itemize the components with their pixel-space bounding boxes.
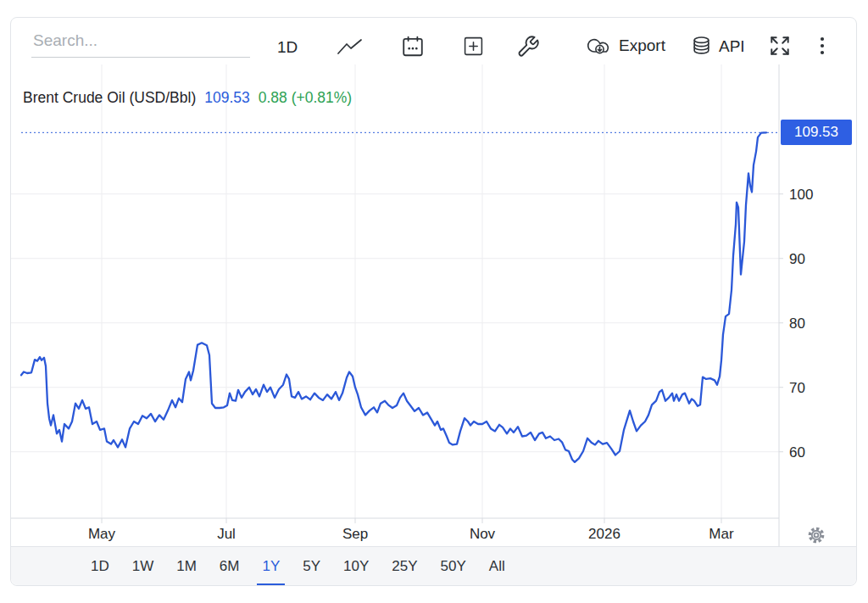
export-label: Export [619,36,665,55]
range-tab-6m[interactable]: 6M [214,547,245,585]
trend-line-icon [337,38,364,57]
fullscreen-button[interactable] [768,34,792,58]
x-tick-label: Sep [342,526,368,542]
database-api-icon [690,35,713,58]
range-tab-25y[interactable]: 25Y [387,547,422,585]
y-tick-label: 90 [789,251,805,267]
calendar-icon [401,35,425,59]
range-tab-50y[interactable]: 50Y [436,547,471,585]
calendar-button[interactable] [401,35,425,59]
instrument-change: 0.88 (+0.81%) [259,89,352,107]
interval-button[interactable]: 1D [277,38,298,57]
chart-type-button[interactable] [337,38,364,57]
add-panel-icon [463,36,484,57]
more-menu-button[interactable] [816,34,828,61]
range-tab-5y[interactable]: 5Y [298,547,326,585]
x-tick-label: May [88,526,116,542]
range-tab-10y[interactable]: 10Y [338,547,374,585]
range-tab-all[interactable]: All [484,547,510,585]
chart-svg[interactable]: 10090807060MayJulSepNov2026Mar [11,64,856,546]
y-tick-label: 100 [789,187,813,203]
x-tick-label: Nov [470,526,496,542]
export-button[interactable]: Export [584,35,665,57]
instrument-name: Brent Crude Oil (USD/Bbl) [23,89,196,107]
add-panel-button[interactable] [463,36,484,57]
range-tab-1m[interactable]: 1M [171,547,202,585]
chart-area[interactable]: 10090807060MayJulSepNov2026Mar [11,64,856,546]
fullscreen-icon [768,34,792,58]
api-label: API [719,37,745,56]
search-box [31,28,247,58]
x-tick-label: Mar [709,526,734,542]
instrument-header: Brent Crude Oil (USD/Bbl) 109.53 0.88 (+… [23,89,352,107]
chart-widget-card: 1D [10,17,857,586]
y-tick-label: 80 [789,315,805,332]
api-button[interactable]: API [690,35,745,58]
current-price-label: 109.53 [794,124,838,141]
price-line-series [21,132,766,462]
y-tick-label: 70 [789,380,805,396]
range-tabs-bar: 1D1W1M6M1Y5Y10Y25Y50YAll [11,546,856,585]
y-tick-label: 60 [789,444,805,461]
chart-settings-button[interactable] [804,523,828,547]
more-menu-icon [816,34,828,58]
cloud-export-icon [584,35,613,57]
x-tick-label: 2026 [588,526,620,542]
current-price-tag: 109.53 [781,120,852,145]
search-input[interactable] [31,28,250,58]
x-tick-label: Jul [217,526,236,542]
tools-button[interactable] [516,35,540,59]
instrument-price: 109.53 [204,89,250,107]
range-tab-1y[interactable]: 1Y [257,547,285,585]
range-tab-1d[interactable]: 1D [86,547,114,585]
gear-icon [804,523,828,547]
tools-wrench-icon [516,35,540,59]
range-tab-1w[interactable]: 1W [127,547,159,585]
